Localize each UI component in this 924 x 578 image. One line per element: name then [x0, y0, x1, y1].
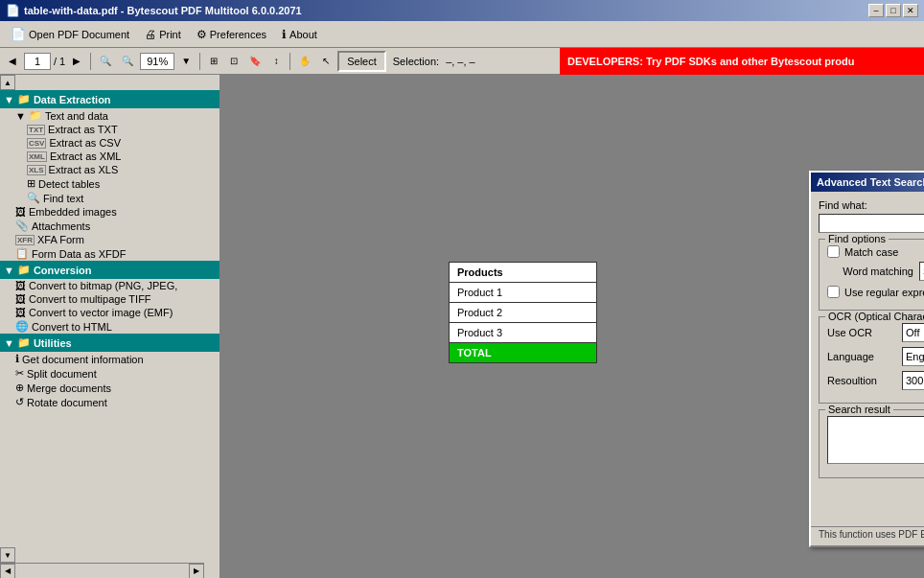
sidebar-item-extract-xml[interactable]: XML Extract as XML — [0, 150, 219, 163]
language-wrapper: English French German Spanish ▼ — [902, 347, 924, 366]
zoom-out-button[interactable]: 🔍 — [96, 52, 115, 71]
page-sep: / — [54, 56, 57, 67]
resolution-label: Resoultion — [827, 375, 896, 386]
sidebar-item-to-vector[interactable]: 🖼 Convert to vector image (EMF) — [0, 306, 219, 319]
content-area: Products Product 1 Product 2 Product 3 T… — [220, 75, 924, 578]
table-total-row: TOTAL — [450, 343, 597, 363]
sidebar-item-rotate[interactable]: ↺ Rotate document — [0, 395, 219, 409]
sidebar-item-merge[interactable]: ⊕ Merge documents — [0, 381, 219, 395]
total-cell: TOTAL — [450, 343, 597, 363]
fit-page-button[interactable]: ⊡ — [225, 52, 243, 71]
xfa-icon: XFR — [15, 235, 35, 245]
menu-preferences[interactable]: ⚙ Preferences — [190, 25, 273, 44]
sidebar-scroll-down[interactable]: ▼ — [0, 547, 15, 563]
sidebar-section-conversion[interactable]: ▼ 📁 Conversion — [0, 261, 219, 279]
utilities-section-icon: 📁 — [17, 336, 31, 349]
expand-icon: ▼ — [15, 110, 26, 122]
bookmark-button[interactable]: 🔖 — [245, 52, 265, 71]
select-button[interactable]: Select — [337, 51, 386, 72]
xml-icon: XML — [27, 151, 47, 162]
split-icon: ✂ — [15, 367, 24, 380]
html-icon: 🌐 — [15, 320, 29, 333]
sidebar-item-extract-txt[interactable]: TXT Extract as TXT — [0, 123, 219, 136]
sidebar-item-detect-tables[interactable]: ⊞ Detect tables — [0, 176, 219, 191]
sidebar-item-split[interactable]: ✂ Split document — [0, 366, 219, 381]
cursor-tool-button[interactable]: ↖ — [317, 52, 335, 71]
sidebar-item-attachments[interactable]: 📎 Attachments — [0, 219, 219, 233]
sidebar-item-to-tiff[interactable]: 🖼 Convert to multipage TIFF — [0, 292, 219, 306]
sidebar-item-to-bitmap[interactable]: 🖼 Convert to bitmap (PNG, JPEG, — [0, 279, 219, 292]
dev-banner: DEVELOPERS: Try PDF SDKs and other Bytes… — [560, 48, 924, 75]
vector-icon: 🖼 — [15, 307, 26, 318]
sidebar-scroll-up[interactable]: ▲ — [0, 75, 15, 90]
xfdf-icon: 📋 — [15, 247, 29, 260]
use-regex-row: Use regular expressions — [827, 286, 924, 298]
dialog-footer: Find Next Close — [811, 492, 924, 526]
language-select[interactable]: English French German Spanish — [902, 347, 924, 366]
language-row: Language English French German Spanish ▼ — [827, 347, 924, 366]
maximize-button[interactable]: □ — [886, 4, 901, 17]
minimize-button[interactable]: – — [868, 4, 884, 17]
sidebar-hscroll[interactable]: ◀ ▶ — [0, 563, 204, 578]
txt-icon: TXT — [27, 125, 45, 135]
print-icon: 🖨 — [145, 28, 156, 41]
zoom-in-button[interactable]: 🔍 — [118, 52, 137, 71]
sidebar-item-extract-csv[interactable]: CSV Extract as CSV — [0, 136, 219, 150]
dialog-status: This function uses PDF Extractor SDK. — [811, 526, 924, 545]
word-matching-select[interactable]: Smart Match Whole Word Any Word — [919, 262, 924, 281]
find-options-group: Find options Match case Word matching Sm… — [819, 239, 924, 311]
match-case-label: Match case — [844, 246, 898, 258]
merge-icon: ⊕ — [15, 381, 24, 394]
selection-label: Selection: –, –, – — [393, 56, 475, 67]
csv-icon: CSV — [27, 138, 46, 149]
info-icon: ℹ — [15, 353, 19, 365]
app-icon: 📄 — [6, 4, 20, 17]
menu-print[interactable]: 🖨 Print — [138, 25, 188, 44]
table-icon: ⊞ — [27, 177, 35, 190]
sidebar-item-text-and-data[interactable]: ▼ 📁 Text and data — [0, 108, 219, 123]
sidebar-item-xfa-form[interactable]: XFR XFA Form — [0, 233, 219, 246]
word-matching-wrapper: Smart Match Whole Word Any Word ▼ — [919, 262, 924, 281]
use-regex-checkbox[interactable] — [827, 286, 840, 298]
prev-page-button[interactable]: ↕ — [267, 52, 285, 71]
zoom-dropdown-button[interactable]: ▼ — [177, 52, 195, 71]
sidebar-item-embedded-images[interactable]: 🖼 Embedded images — [0, 205, 219, 219]
section-expand-icon: ▼ — [4, 94, 14, 105]
search-result-label: Search result — [825, 404, 893, 415]
find-options-label: Find options — [825, 233, 889, 244]
search-result-group: Search result — [819, 409, 924, 478]
resolution-select[interactable]: 300 150 600 — [902, 371, 924, 390]
menu-bar: 📄 Open PDF Document 🖨 Print ⚙ Preference… — [0, 21, 924, 48]
xls-icon: XLS — [27, 165, 46, 175]
match-case-checkbox[interactable] — [827, 245, 840, 258]
menu-open[interactable]: 📄 Open PDF Document — [4, 24, 136, 44]
sidebar-item-form-data-xfdf[interactable]: 📋 Form Data as XFDF — [0, 246, 219, 261]
hand-tool-button[interactable]: ✋ — [295, 52, 314, 71]
close-button[interactable]: ✕ — [903, 4, 918, 17]
nav-forward-button[interactable]: ▶ — [68, 52, 85, 71]
sidebar-section-data-extraction[interactable]: ▼ 📁 Data Extraction — [0, 90, 219, 108]
advanced-text-search-dialog: Advanced Text Search ✕ Find what: Find o… — [809, 171, 924, 547]
zoom-input[interactable] — [140, 53, 174, 70]
title-bar: 📄 table-with-data.pdf - Bytescout PDF Mu… — [0, 0, 924, 21]
images-icon: 🖼 — [15, 206, 26, 218]
page-number-input[interactable] — [24, 53, 51, 70]
table-header-cell: Products — [450, 263, 597, 283]
thumbnails-button[interactable]: ⊞ — [205, 52, 222, 71]
use-ocr-select[interactable]: Off On — [902, 323, 924, 342]
sidebar-hscroll-right[interactable]: ▶ — [189, 564, 204, 579]
rotate-icon: ↺ — [15, 396, 24, 408]
use-regex-label: Use regular expressions — [844, 287, 924, 298]
total-pages: 1 — [59, 56, 65, 67]
sidebar-item-extract-xls[interactable]: XLS Extract as XLS — [0, 163, 219, 176]
menu-about[interactable]: ℹ About — [275, 25, 324, 44]
resolution-row: Resoultion 300 150 600 ▼ — [827, 371, 924, 390]
nav-back-button[interactable]: ◀ — [4, 52, 21, 71]
find-what-input[interactable] — [819, 214, 924, 233]
sidebar-hscroll-left[interactable]: ◀ — [0, 564, 15, 579]
sidebar-item-find-text[interactable]: 🔍 Find text — [0, 191, 219, 205]
sidebar-item-to-html[interactable]: 🌐 Convert to HTML — [0, 319, 219, 334]
sidebar-section-utilities[interactable]: ▼ 📁 Utilities — [0, 334, 219, 352]
table-row: Product 3 — [450, 323, 597, 343]
sidebar-item-doc-info[interactable]: ℹ Get document information — [0, 352, 219, 366]
